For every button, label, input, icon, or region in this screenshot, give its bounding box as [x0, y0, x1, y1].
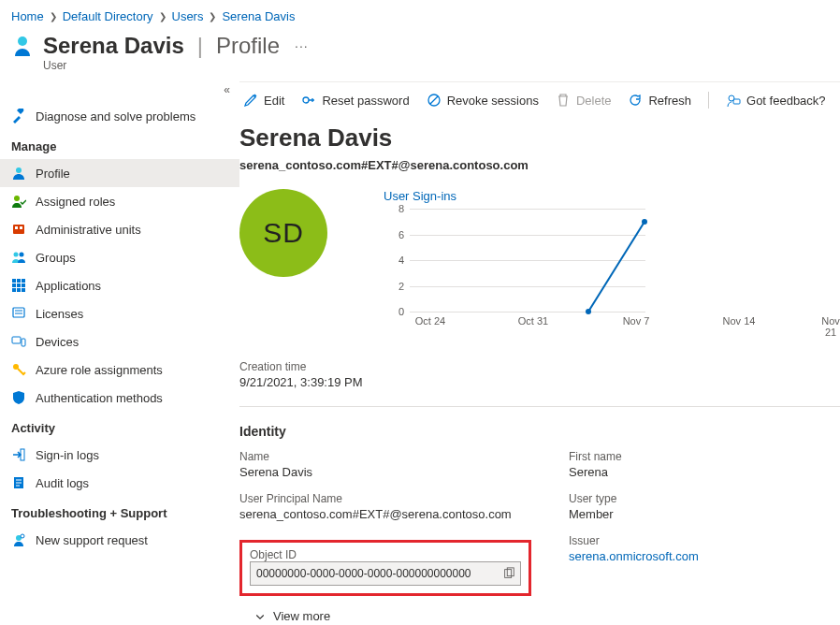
org-icon [11, 222, 26, 237]
people-icon [11, 250, 26, 265]
svg-rect-17 [13, 308, 24, 317]
sidebar-item-assigned-roles[interactable]: Assigned roles [0, 187, 239, 215]
refresh-icon [628, 93, 643, 108]
object-id-highlight: Object ID [239, 540, 531, 596]
signins-chart: User Sign-ins 8 6 4 2 0 Oct 24 Oct 31 [384, 189, 840, 338]
user-check-icon [11, 194, 26, 209]
svg-point-25 [303, 97, 309, 103]
reset-password-button[interactable]: Reset password [301, 93, 409, 108]
svg-rect-15 [17, 288, 21, 292]
sidebar-item-audit-logs[interactable]: Audit logs [0, 469, 239, 497]
page-subtitle: User [0, 59, 840, 72]
svg-rect-3 [13, 225, 24, 234]
object-id-label: Object ID [250, 548, 521, 561]
edit-button[interactable]: Edit [243, 93, 284, 108]
sidebar-item-admin-units[interactable]: Administrative units [0, 215, 239, 243]
svg-point-0 [18, 36, 27, 46]
view-more-button[interactable]: View more [239, 609, 840, 623]
grid-icon [11, 278, 26, 293]
svg-rect-28 [733, 99, 740, 104]
sidebar-item-label: Authentication methods [36, 391, 163, 405]
svg-rect-16 [22, 288, 25, 292]
sidebar-item-label: Groups [36, 251, 76, 265]
svg-rect-14 [12, 288, 16, 292]
name-value: Serena Davis [239, 465, 531, 479]
svg-rect-13 [22, 283, 25, 287]
sidebar-item-label: Sign-in logs [36, 448, 99, 462]
creation-time-label: Creation time [239, 360, 840, 373]
svg-point-6 [14, 253, 19, 257]
svg-rect-5 [20, 226, 22, 229]
svg-point-1 [16, 167, 22, 173]
crumb-home[interactable]: Home [11, 9, 44, 23]
sidebar-item-label: Assigned roles [36, 195, 115, 209]
chevron-right-icon: ❯ [50, 11, 57, 22]
support-icon [11, 532, 26, 547]
sidebar-item-label: Applications [36, 279, 101, 293]
signin-icon [11, 447, 26, 462]
sidebar-item-auth-methods[interactable]: Authentication methods [0, 384, 239, 412]
sidebar-item-diagnose[interactable]: Diagnose and solve problems [0, 102, 239, 130]
log-icon [11, 475, 26, 490]
chart-title[interactable]: User Sign-ins [384, 189, 840, 203]
avatar: SD [239, 189, 327, 277]
chart-line [410, 209, 645, 312]
page-title: Serena Davis [43, 33, 184, 59]
sidebar-item-applications[interactable]: Applications [0, 271, 239, 299]
crumb-users[interactable]: Users [172, 9, 204, 23]
toolbar: Edit Reset password Revoke sessions Dele… [239, 84, 840, 118]
object-id-input[interactable] [250, 561, 521, 586]
sidebar-item-groups[interactable]: Groups [0, 243, 239, 271]
pencil-icon [243, 93, 258, 108]
sidebar-item-support[interactable]: New support request [0, 526, 239, 554]
crumb-directory[interactable]: Default Directory [63, 9, 153, 23]
crumb-current[interactable]: Serena Davis [222, 9, 295, 23]
profile-name-heading: Serena Davis [239, 118, 840, 158]
svg-point-7 [20, 253, 24, 257]
feedback-button[interactable]: Got feedback? [726, 93, 826, 108]
sidebar-heading-ts: Troubleshooting + Support [0, 497, 239, 526]
sidebar-item-devices[interactable]: Devices [0, 327, 239, 356]
chart-x-axis: Oct 24 Oct 31 Nov 7 Nov 14 Nov 21 [410, 315, 840, 338]
svg-rect-19 [22, 339, 25, 346]
sidebar-item-label: Licenses [36, 307, 83, 321]
svg-point-30 [642, 219, 647, 225]
user-icon [11, 166, 26, 181]
chevron-down-icon [254, 611, 266, 622]
chevron-right-icon: ❯ [209, 11, 216, 22]
sidebar-item-profile[interactable]: Profile [0, 159, 239, 187]
revoke-sessions-button[interactable]: Revoke sessions [427, 93, 539, 108]
collapse-sidebar[interactable]: « [0, 81, 239, 102]
sidebar-item-label: Administrative units [36, 223, 141, 237]
shield-icon [11, 390, 26, 405]
svg-rect-8 [12, 279, 16, 283]
refresh-button[interactable]: Refresh [628, 93, 691, 108]
issuer-label: Issuer [569, 534, 840, 547]
name-label: Name [239, 450, 531, 463]
user-type-label: User type [569, 492, 840, 505]
delete-button: Delete [556, 93, 612, 108]
trash-icon [556, 93, 571, 108]
sidebar-item-signin-logs[interactable]: Sign-in logs [0, 441, 239, 469]
wrench-icon [11, 109, 26, 124]
key-reset-icon [301, 93, 316, 108]
svg-rect-4 [15, 226, 18, 229]
sidebar-item-azure-roles[interactable]: Azure role assignments [0, 356, 239, 384]
svg-point-24 [21, 534, 24, 538]
sidebar-item-licenses[interactable]: Licenses [0, 299, 239, 327]
copy-button[interactable] [499, 563, 519, 584]
svg-point-29 [586, 309, 591, 314]
profile-upn: serena_contoso.com#EXT#@serena.contoso.c… [239, 158, 840, 189]
more-menu[interactable]: ··· [295, 38, 309, 53]
svg-rect-11 [12, 283, 16, 287]
license-icon [11, 306, 26, 321]
sidebar-item-label: Azure role assignments [36, 363, 163, 377]
issuer-link[interactable]: serena.onmicrosoft.com [569, 549, 699, 563]
key-icon [11, 362, 26, 377]
sidebar-item-label: Audit logs [36, 476, 89, 490]
svg-point-2 [14, 196, 20, 201]
sidebar-item-label: New support request [36, 533, 148, 547]
block-icon [427, 93, 442, 108]
svg-rect-12 [17, 283, 21, 287]
main-content: Edit Reset password Revoke sessions Dele… [239, 81, 840, 623]
